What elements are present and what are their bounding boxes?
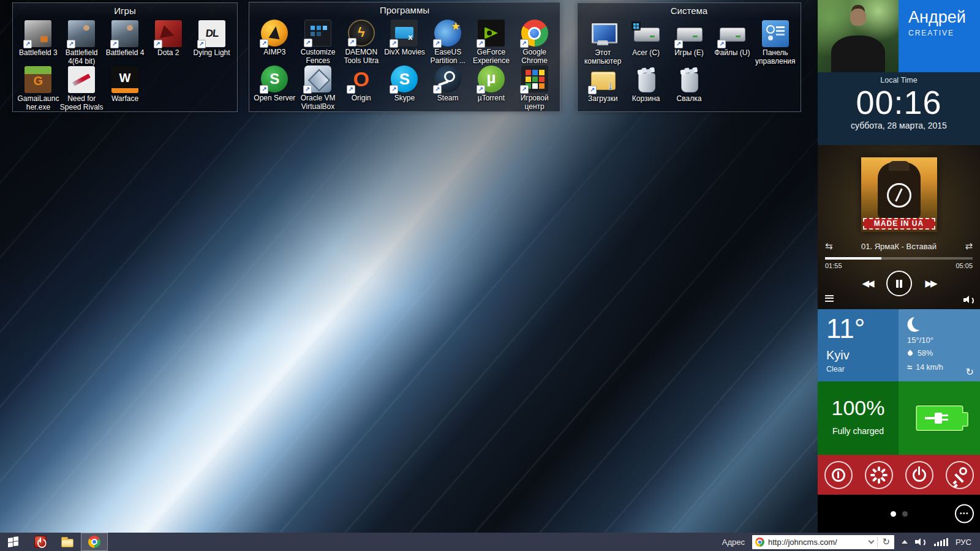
pause-button[interactable] <box>886 271 912 296</box>
desktop-icon[interactable]: Этот компьютер <box>581 20 624 66</box>
desktop-icon[interactable]: GamaiLauncher.exe <box>17 66 60 111</box>
desktop-icon[interactable]: EaseUS Partition ... <box>426 19 470 65</box>
shortcut-arrow-icon <box>588 86 597 94</box>
desktop-icon[interactable]: Игры (E) <box>668 20 710 66</box>
desktop-icon[interactable]: GeForce Experience <box>470 19 513 65</box>
fence-title[interactable]: Программы <box>249 2 560 18</box>
clock-widget[interactable]: Local Time 00:16 суббота, 28 марта, 2015 <box>818 72 980 145</box>
desktop-icon[interactable]: Battlefield 3 <box>17 20 60 66</box>
desktop-icon[interactable]: AIMP3 <box>253 19 296 65</box>
start-button[interactable] <box>0 533 27 551</box>
desktop-icon[interactable]: Google Chrome <box>513 19 556 65</box>
repeat-icon[interactable]: ⇆ <box>825 241 833 252</box>
chrome-icon <box>88 536 100 548</box>
desktop-icon[interactable]: Open Server <box>253 65 296 111</box>
desktop-icon[interactable]: Свалка <box>668 66 710 111</box>
shutdown-button[interactable] <box>824 461 853 489</box>
desktop-icon-label: Загрузки <box>581 95 624 103</box>
desktop-icon[interactable]: Панель управления <box>754 20 797 66</box>
tray-volume-icon[interactable] <box>915 538 925 546</box>
shuffle-icon[interactable]: ⇄ <box>965 241 973 252</box>
desktop-icon[interactable]: Battlefield 4(64 bit) <box>60 20 104 66</box>
desktop-icon[interactable]: Загрузки <box>581 66 624 111</box>
fence-grid: Battlefield 3Battlefield 4(64 bit)Battle… <box>13 18 237 112</box>
origin-icon <box>348 66 375 92</box>
dota2-icon <box>155 20 182 47</box>
control-panel-icon <box>762 20 789 47</box>
pager-dot[interactable] <box>891 511 896 517</box>
battery-icon <box>916 405 963 431</box>
address-input[interactable]: http://johncms.com/ <box>768 538 869 547</box>
desktop-icon-label: Игровой центр <box>513 94 556 111</box>
weather-widget[interactable]: 11° Kyiv Clear 15°/10° 58% ≈ 14 km/h ↻ <box>818 309 980 381</box>
desktop-icon[interactable]: µTorrent <box>470 65 513 111</box>
taskbar: Адрес http://johncms.com/ ↻ РУС <box>0 533 980 551</box>
sidebar-pager <box>818 495 980 533</box>
restart-button[interactable] <box>865 461 893 489</box>
profile-photo <box>818 0 899 72</box>
desktop-icon[interactable]: Корзина <box>624 66 667 111</box>
desktop-icon-label: EaseUS Partition ... <box>426 48 470 66</box>
more-options-button[interactable] <box>955 504 974 523</box>
desktop-icon[interactable]: Dota 2 <box>146 20 190 66</box>
desktop-icon[interactable]: DAEMON Tools Ultra <box>339 19 383 65</box>
taskbar-explorer-button[interactable] <box>54 533 81 551</box>
previous-track-button[interactable]: ◀◀ <box>862 278 872 289</box>
shortcut-arrow-icon <box>348 38 356 47</box>
gamai-launcher-icon <box>24 66 51 93</box>
playlist-icon[interactable] <box>825 293 834 303</box>
weather-refresh-icon[interactable]: ↻ <box>966 366 974 378</box>
desktop-icon[interactable]: DivX Movies <box>383 19 426 65</box>
fence-title[interactable]: Игры <box>13 3 237 18</box>
network-signal-icon[interactable] <box>933 538 948 546</box>
desktop-icon-label: Battlefield 4 <box>104 49 147 58</box>
desktop-icon-label: Origin <box>339 94 383 103</box>
daemon-tools-icon <box>348 20 375 47</box>
dropdown-caret-icon[interactable] <box>869 538 875 544</box>
fence-group: ИгрыBattlefield 3Battlefield 4(64 bit)Ba… <box>12 2 238 112</box>
desktop-icon[interactable]: Skype <box>383 65 426 111</box>
desktop-icon[interactable]: Dying Light <box>190 20 233 66</box>
wind-icon: ≈ <box>907 362 912 372</box>
address-bar[interactable]: http://johncms.com/ ↻ <box>752 535 894 549</box>
desktop-icon[interactable]: Need for Speed Rivals <box>60 66 104 111</box>
profile-name-tile: Андрей CREATIVE <box>899 0 980 72</box>
desktop-icon[interactable]: Battlefield 4 <box>104 20 147 66</box>
desktop-icon[interactable]: Файлы (U) <box>710 20 753 66</box>
desktop-icon[interactable]: Customize Fences <box>296 19 340 65</box>
player-volume-icon[interactable] <box>963 296 974 304</box>
shortcut-arrow-icon <box>197 40 206 48</box>
tray-expand-icon[interactable] <box>902 540 908 544</box>
fence-title[interactable]: Система <box>578 3 801 18</box>
desktop-icon[interactable]: Oracle VM VirtualBox <box>296 65 340 111</box>
desktop-icon-label: Dota 2 <box>146 49 190 58</box>
drive-icon <box>633 20 660 47</box>
taskbar-power-app-button[interactable] <box>27 533 54 551</box>
desktop-icon[interactable]: Acer (C) <box>624 20 667 66</box>
logoff-key-button[interactable] <box>946 461 974 489</box>
taskbar-chrome-button[interactable] <box>81 533 108 551</box>
desktop-icon[interactable]: Warface <box>104 66 147 111</box>
battery-icon-tile <box>899 381 980 455</box>
language-indicator[interactable]: РУС <box>956 538 971 547</box>
shortcut-arrow-icon <box>477 85 485 94</box>
album-art: MADE IN UA <box>861 157 937 232</box>
refresh-icon[interactable]: ↻ <box>880 536 892 547</box>
next-track-button[interactable]: ▶▶ <box>925 278 936 289</box>
desktop-icon[interactable]: Steam <box>426 65 470 111</box>
power-button[interactable] <box>905 461 933 489</box>
player-progress-fill <box>825 257 881 260</box>
shortcut-arrow-icon <box>67 40 75 48</box>
player-progress-bar[interactable] <box>825 257 973 260</box>
taskbar-left <box>0 533 108 551</box>
desktop-icon-label: Steam <box>426 94 470 103</box>
profile-widget[interactable]: Андрей CREATIVE <box>818 0 980 72</box>
downloads-icon <box>589 66 616 93</box>
desktop-icon[interactable]: Origin <box>339 65 383 111</box>
desktop-icon-label: Свалка <box>668 95 710 103</box>
desktop-icon-label: Battlefield 4(64 bit) <box>60 49 104 66</box>
weather-details: 15°/10° 58% ≈ 14 km/h ↻ <box>899 309 980 381</box>
weather-wind: 14 km/h <box>916 363 943 372</box>
desktop-icon[interactable]: Игровой центр <box>513 65 556 111</box>
pager-dot[interactable] <box>902 511 908 517</box>
